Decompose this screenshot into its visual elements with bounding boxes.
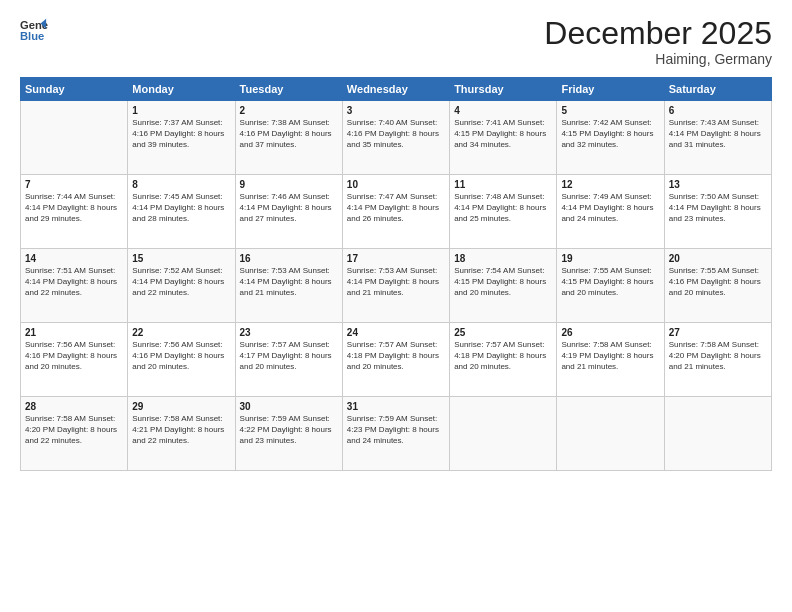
day-number: 24 xyxy=(347,327,445,338)
day-number: 3 xyxy=(347,105,445,116)
table-row: 2Sunrise: 7:38 AM Sunset: 4:16 PM Daylig… xyxy=(235,101,342,175)
day-info: Sunrise: 7:47 AM Sunset: 4:14 PM Dayligh… xyxy=(347,192,445,224)
day-info: Sunrise: 7:38 AM Sunset: 4:16 PM Dayligh… xyxy=(240,118,338,150)
col-tuesday: Tuesday xyxy=(235,78,342,101)
day-number: 1 xyxy=(132,105,230,116)
table-row: 4Sunrise: 7:41 AM Sunset: 4:15 PM Daylig… xyxy=(450,101,557,175)
day-number: 15 xyxy=(132,253,230,264)
table-row: 14Sunrise: 7:51 AM Sunset: 4:14 PM Dayli… xyxy=(21,249,128,323)
day-number: 9 xyxy=(240,179,338,190)
day-info: Sunrise: 7:57 AM Sunset: 4:18 PM Dayligh… xyxy=(454,340,552,372)
day-info: Sunrise: 7:46 AM Sunset: 4:14 PM Dayligh… xyxy=(240,192,338,224)
day-info: Sunrise: 7:59 AM Sunset: 4:22 PM Dayligh… xyxy=(240,414,338,446)
svg-text:Blue: Blue xyxy=(20,30,44,42)
day-number: 17 xyxy=(347,253,445,264)
location: Haiming, Germany xyxy=(544,51,772,67)
table-row: 17Sunrise: 7:53 AM Sunset: 4:14 PM Dayli… xyxy=(342,249,449,323)
table-row: 8Sunrise: 7:45 AM Sunset: 4:14 PM Daylig… xyxy=(128,175,235,249)
day-number: 7 xyxy=(25,179,123,190)
day-number: 13 xyxy=(669,179,767,190)
calendar-table: Sunday Monday Tuesday Wednesday Thursday… xyxy=(20,77,772,471)
day-info: Sunrise: 7:42 AM Sunset: 4:15 PM Dayligh… xyxy=(561,118,659,150)
day-number: 29 xyxy=(132,401,230,412)
day-number: 28 xyxy=(25,401,123,412)
table-row: 30Sunrise: 7:59 AM Sunset: 4:22 PM Dayli… xyxy=(235,397,342,471)
day-number: 14 xyxy=(25,253,123,264)
col-sunday: Sunday xyxy=(21,78,128,101)
calendar-week-row: 7Sunrise: 7:44 AM Sunset: 4:14 PM Daylig… xyxy=(21,175,772,249)
table-row xyxy=(664,397,771,471)
day-info: Sunrise: 7:52 AM Sunset: 4:14 PM Dayligh… xyxy=(132,266,230,298)
table-row: 13Sunrise: 7:50 AM Sunset: 4:14 PM Dayli… xyxy=(664,175,771,249)
day-info: Sunrise: 7:55 AM Sunset: 4:15 PM Dayligh… xyxy=(561,266,659,298)
day-info: Sunrise: 7:58 AM Sunset: 4:19 PM Dayligh… xyxy=(561,340,659,372)
table-row: 31Sunrise: 7:59 AM Sunset: 4:23 PM Dayli… xyxy=(342,397,449,471)
day-info: Sunrise: 7:48 AM Sunset: 4:14 PM Dayligh… xyxy=(454,192,552,224)
day-number: 22 xyxy=(132,327,230,338)
day-number: 21 xyxy=(25,327,123,338)
day-info: Sunrise: 7:49 AM Sunset: 4:14 PM Dayligh… xyxy=(561,192,659,224)
day-number: 6 xyxy=(669,105,767,116)
day-info: Sunrise: 7:56 AM Sunset: 4:16 PM Dayligh… xyxy=(25,340,123,372)
day-number: 10 xyxy=(347,179,445,190)
day-info: Sunrise: 7:56 AM Sunset: 4:16 PM Dayligh… xyxy=(132,340,230,372)
day-info: Sunrise: 7:51 AM Sunset: 4:14 PM Dayligh… xyxy=(25,266,123,298)
day-info: Sunrise: 7:43 AM Sunset: 4:14 PM Dayligh… xyxy=(669,118,767,150)
day-info: Sunrise: 7:37 AM Sunset: 4:16 PM Dayligh… xyxy=(132,118,230,150)
day-number: 18 xyxy=(454,253,552,264)
table-row: 18Sunrise: 7:54 AM Sunset: 4:15 PM Dayli… xyxy=(450,249,557,323)
table-row: 27Sunrise: 7:58 AM Sunset: 4:20 PM Dayli… xyxy=(664,323,771,397)
logo-icon: General Blue xyxy=(20,16,48,44)
table-row: 26Sunrise: 7:58 AM Sunset: 4:19 PM Dayli… xyxy=(557,323,664,397)
day-info: Sunrise: 7:54 AM Sunset: 4:15 PM Dayligh… xyxy=(454,266,552,298)
table-row: 23Sunrise: 7:57 AM Sunset: 4:17 PM Dayli… xyxy=(235,323,342,397)
day-number: 23 xyxy=(240,327,338,338)
table-row xyxy=(557,397,664,471)
day-info: Sunrise: 7:58 AM Sunset: 4:21 PM Dayligh… xyxy=(132,414,230,446)
day-number: 2 xyxy=(240,105,338,116)
day-info: Sunrise: 7:41 AM Sunset: 4:15 PM Dayligh… xyxy=(454,118,552,150)
day-number: 20 xyxy=(669,253,767,264)
day-info: Sunrise: 7:45 AM Sunset: 4:14 PM Dayligh… xyxy=(132,192,230,224)
table-row: 20Sunrise: 7:55 AM Sunset: 4:16 PM Dayli… xyxy=(664,249,771,323)
table-row: 11Sunrise: 7:48 AM Sunset: 4:14 PM Dayli… xyxy=(450,175,557,249)
table-row: 19Sunrise: 7:55 AM Sunset: 4:15 PM Dayli… xyxy=(557,249,664,323)
col-thursday: Thursday xyxy=(450,78,557,101)
table-row: 7Sunrise: 7:44 AM Sunset: 4:14 PM Daylig… xyxy=(21,175,128,249)
day-number: 27 xyxy=(669,327,767,338)
day-info: Sunrise: 7:53 AM Sunset: 4:14 PM Dayligh… xyxy=(347,266,445,298)
col-monday: Monday xyxy=(128,78,235,101)
day-number: 25 xyxy=(454,327,552,338)
title-block: December 2025 Haiming, Germany xyxy=(544,16,772,67)
day-info: Sunrise: 7:57 AM Sunset: 4:17 PM Dayligh… xyxy=(240,340,338,372)
table-row: 1Sunrise: 7:37 AM Sunset: 4:16 PM Daylig… xyxy=(128,101,235,175)
table-row: 25Sunrise: 7:57 AM Sunset: 4:18 PM Dayli… xyxy=(450,323,557,397)
table-row: 12Sunrise: 7:49 AM Sunset: 4:14 PM Dayli… xyxy=(557,175,664,249)
calendar-week-row: 1Sunrise: 7:37 AM Sunset: 4:16 PM Daylig… xyxy=(21,101,772,175)
day-info: Sunrise: 7:58 AM Sunset: 4:20 PM Dayligh… xyxy=(669,340,767,372)
table-row: 6Sunrise: 7:43 AM Sunset: 4:14 PM Daylig… xyxy=(664,101,771,175)
table-row: 15Sunrise: 7:52 AM Sunset: 4:14 PM Dayli… xyxy=(128,249,235,323)
day-info: Sunrise: 7:53 AM Sunset: 4:14 PM Dayligh… xyxy=(240,266,338,298)
table-row: 5Sunrise: 7:42 AM Sunset: 4:15 PM Daylig… xyxy=(557,101,664,175)
calendar-week-row: 21Sunrise: 7:56 AM Sunset: 4:16 PM Dayli… xyxy=(21,323,772,397)
day-number: 11 xyxy=(454,179,552,190)
table-row: 24Sunrise: 7:57 AM Sunset: 4:18 PM Dayli… xyxy=(342,323,449,397)
table-row: 10Sunrise: 7:47 AM Sunset: 4:14 PM Dayli… xyxy=(342,175,449,249)
day-number: 4 xyxy=(454,105,552,116)
day-number: 31 xyxy=(347,401,445,412)
table-row: 29Sunrise: 7:58 AM Sunset: 4:21 PM Dayli… xyxy=(128,397,235,471)
table-row: 22Sunrise: 7:56 AM Sunset: 4:16 PM Dayli… xyxy=(128,323,235,397)
table-row: 28Sunrise: 7:58 AM Sunset: 4:20 PM Dayli… xyxy=(21,397,128,471)
table-row: 16Sunrise: 7:53 AM Sunset: 4:14 PM Dayli… xyxy=(235,249,342,323)
day-info: Sunrise: 7:40 AM Sunset: 4:16 PM Dayligh… xyxy=(347,118,445,150)
col-wednesday: Wednesday xyxy=(342,78,449,101)
day-number: 5 xyxy=(561,105,659,116)
day-info: Sunrise: 7:44 AM Sunset: 4:14 PM Dayligh… xyxy=(25,192,123,224)
day-number: 12 xyxy=(561,179,659,190)
day-info: Sunrise: 7:57 AM Sunset: 4:18 PM Dayligh… xyxy=(347,340,445,372)
calendar-week-row: 14Sunrise: 7:51 AM Sunset: 4:14 PM Dayli… xyxy=(21,249,772,323)
day-number: 26 xyxy=(561,327,659,338)
month-title: December 2025 xyxy=(544,16,772,51)
calendar-week-row: 28Sunrise: 7:58 AM Sunset: 4:20 PM Dayli… xyxy=(21,397,772,471)
